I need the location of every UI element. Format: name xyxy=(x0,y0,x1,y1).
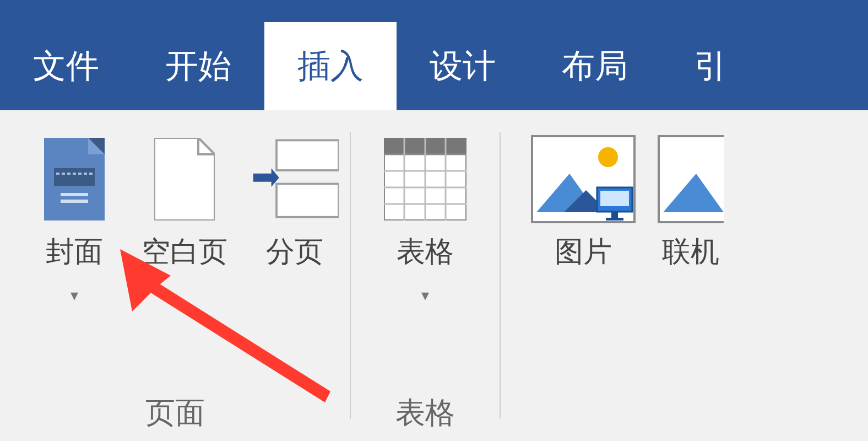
tab-insert[interactable]: 插入 xyxy=(264,22,397,110)
tab-layout[interactable]: 布局 xyxy=(529,22,661,110)
svg-rect-6 xyxy=(61,200,88,203)
svg-rect-27 xyxy=(611,212,618,218)
table-icon xyxy=(381,132,469,226)
tab-references[interactable]: 引 xyxy=(661,22,760,110)
svg-marker-8 xyxy=(198,138,215,154)
svg-rect-5 xyxy=(61,193,88,196)
page-break-button[interactable]: 分页 xyxy=(251,132,339,271)
group-pages: 封面 ▾ 空白页 xyxy=(0,110,350,441)
table-label: 表格 xyxy=(397,233,454,271)
tab-design[interactable]: 设计 xyxy=(397,22,529,110)
group-tables-caption: 表格 xyxy=(351,393,500,433)
online-pictures-label: 联机 xyxy=(662,233,719,271)
svg-rect-9 xyxy=(276,140,339,170)
cover-page-dropdown-caret-icon: ▾ xyxy=(70,288,78,303)
group-illustrations: 图片 联机 xyxy=(501,110,735,441)
svg-rect-3 xyxy=(54,168,95,186)
cover-page-icon xyxy=(30,132,118,226)
group-tables: 表格 ▾ 表格 xyxy=(351,110,500,441)
svg-rect-26 xyxy=(600,191,629,206)
page-break-label: 分页 xyxy=(266,233,323,271)
svg-rect-10 xyxy=(276,184,339,217)
svg-rect-28 xyxy=(606,218,623,220)
blank-page-label: 空白页 xyxy=(142,233,227,271)
pictures-button[interactable]: 图片 xyxy=(531,132,636,271)
ribbon-tab-bar: 文件 开始 插入 设计 布局 引 xyxy=(0,0,868,110)
online-pictures-icon xyxy=(658,132,724,226)
cover-page-label: 封面 xyxy=(46,233,103,271)
blank-page-button[interactable]: 空白页 xyxy=(140,132,229,271)
ribbon-panel: 封面 ▾ 空白页 xyxy=(0,110,868,441)
pictures-icon xyxy=(531,132,636,226)
svg-point-22 xyxy=(598,147,618,167)
tab-file[interactable]: 文件 xyxy=(0,22,132,110)
table-dropdown-caret-icon: ▾ xyxy=(421,288,429,303)
tab-home[interactable]: 开始 xyxy=(132,22,264,110)
page-break-icon xyxy=(251,132,339,226)
blank-page-icon xyxy=(140,132,229,226)
svg-marker-11 xyxy=(253,168,279,187)
cover-page-button[interactable]: 封面 ▾ xyxy=(30,132,118,303)
online-pictures-button[interactable]: 联机 xyxy=(658,132,724,271)
table-button[interactable]: 表格 ▾ xyxy=(381,132,469,303)
pictures-label: 图片 xyxy=(555,233,612,271)
group-pages-caption: 页面 xyxy=(0,393,350,433)
